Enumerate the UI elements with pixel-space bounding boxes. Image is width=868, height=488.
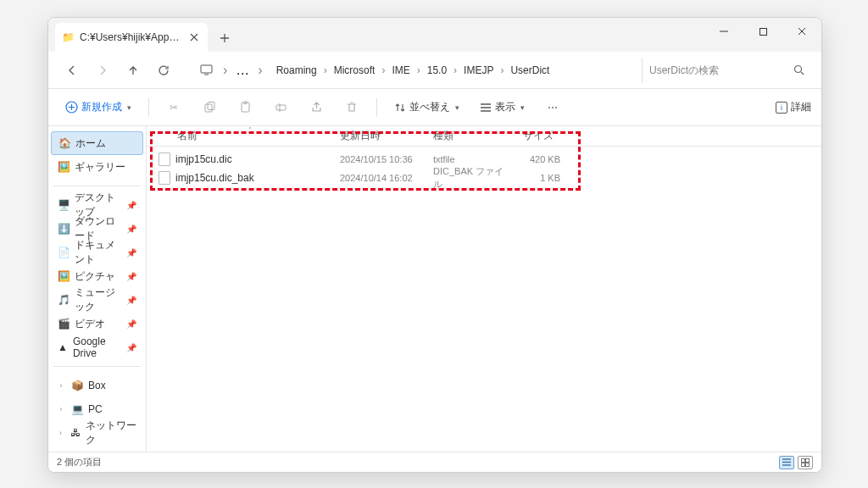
sort-button[interactable]: 並べ替え ▾ xyxy=(387,95,466,120)
sidebar-item-documents[interactable]: 📄ドキュメント📌 xyxy=(51,241,143,264)
pin-icon: 📌 xyxy=(126,248,136,258)
cut-button[interactable]: ✂ xyxy=(159,95,188,120)
folder-icon: 📁 xyxy=(62,31,75,43)
sidebar-item-downloads[interactable]: ⬇️ダウンロード📌 xyxy=(51,217,143,241)
sidebar-item-label: PC xyxy=(88,403,103,415)
sidebar-item-videos[interactable]: 🎬ビデオ📌 xyxy=(51,312,143,336)
breadcrumb-item[interactable]: Microsoft xyxy=(329,61,381,80)
plus-circle-icon xyxy=(65,101,78,114)
search-box[interactable] xyxy=(642,58,811,83)
close-button[interactable] xyxy=(782,18,821,45)
breadcrumb-item[interactable]: IME xyxy=(387,61,415,80)
file-pane: 名前 ˄ 更新日時 種類 サイズ imjp15cu.dic 2024/10/15… xyxy=(147,126,821,452)
sort-indicator-icon: ˄ xyxy=(248,126,253,135)
copy-button[interactable] xyxy=(195,95,224,120)
back-button[interactable] xyxy=(58,57,86,84)
sidebar-item-desktop[interactable]: 🖥️デスクトップ📌 xyxy=(51,193,143,217)
col-size[interactable]: サイズ xyxy=(513,129,560,143)
paste-icon xyxy=(239,101,252,114)
file-size: 420 KB xyxy=(513,154,560,164)
trash-icon xyxy=(346,101,358,114)
thumbnail-view-toggle[interactable] xyxy=(798,456,813,469)
file-icon xyxy=(159,152,170,166)
more-button[interactable]: ⋯ xyxy=(538,95,567,120)
search-icon xyxy=(793,64,804,75)
refresh-button[interactable] xyxy=(150,57,177,84)
sidebar-item-label: ピクチャ xyxy=(75,269,115,284)
music-icon: 🎵 xyxy=(58,294,70,306)
details-pane-button[interactable]: i 詳細 xyxy=(776,100,811,114)
sidebar-item-box[interactable]: ›📦Box xyxy=(51,374,143,397)
pictures-icon: 🖼️ xyxy=(58,270,70,282)
window-controls xyxy=(704,18,821,45)
downloads-icon: ⬇️ xyxy=(58,223,70,235)
new-tab-button[interactable] xyxy=(211,25,238,52)
up-button[interactable] xyxy=(120,57,147,84)
search-input[interactable] xyxy=(649,64,788,76)
pin-icon: 📌 xyxy=(126,201,136,210)
view-toggles xyxy=(779,456,813,469)
documents-icon: 📄 xyxy=(58,247,70,258)
status-bar: 2 個の項目 xyxy=(48,452,821,472)
share-icon xyxy=(310,101,323,114)
sidebar-item-network[interactable]: ›🖧ネットワーク xyxy=(51,421,143,445)
file-icon xyxy=(159,171,170,185)
breadcrumb-item[interactable]: Roaming xyxy=(271,61,322,80)
file-list[interactable]: imjp15cu.dic 2024/10/15 10:36 txtfile 42… xyxy=(147,147,821,452)
nav-bar: › … › Roaming› Microsoft› IME› 15.0› IME… xyxy=(48,52,821,89)
file-size: 1 KB xyxy=(513,173,560,183)
delete-button[interactable] xyxy=(337,95,366,120)
sidebar-item-label: ミュージック xyxy=(75,286,121,314)
file-row[interactable]: imjp15cu.dic_bak 2024/10/14 16:02 DIC_BA… xyxy=(147,169,821,187)
sidebar-item-pc[interactable]: ›💻PC xyxy=(51,397,143,421)
svg-rect-9 xyxy=(802,458,805,462)
pc-icon[interactable] xyxy=(192,57,220,84)
svg-rect-11 xyxy=(802,463,805,466)
sidebar-item-googledrive[interactable]: ▲Google Drive📌 xyxy=(51,336,143,359)
new-button[interactable]: 新規作成 ▾ xyxy=(58,95,138,120)
svg-point-2 xyxy=(795,66,802,73)
file-type: txtfile xyxy=(433,154,513,164)
col-date[interactable]: 更新日時 xyxy=(340,129,433,143)
breadcrumb-overflow[interactable]: … xyxy=(231,59,254,81)
sidebar-item-label: ビデオ xyxy=(75,317,105,331)
sidebar-item-gallery[interactable]: 🖼️ ギャラリー xyxy=(51,155,143,179)
sidebar-item-label: ギャラリー xyxy=(75,160,125,175)
breadcrumb: Roaming› Microsoft› IME› 15.0› IMEJP› Us… xyxy=(271,61,555,80)
minimize-button[interactable] xyxy=(704,18,743,45)
window-tab[interactable]: 📁 C:¥Users¥hijik¥AppData¥Roan xyxy=(55,23,208,52)
view-button[interactable]: 表示 ▾ xyxy=(473,95,531,120)
chevron-right-icon: › xyxy=(58,429,64,437)
forward-button[interactable] xyxy=(89,57,116,84)
sidebar-item-label: ネットワーク xyxy=(86,419,136,447)
chevron-down-icon: ▾ xyxy=(127,103,131,112)
sort-label: 並べ替え xyxy=(409,100,450,114)
network-icon: 🖧 xyxy=(70,427,81,439)
details-view-toggle[interactable] xyxy=(779,456,794,469)
svg-rect-1 xyxy=(201,65,212,73)
pc-icon: 💻 xyxy=(71,403,83,415)
sidebar-item-pictures[interactable]: 🖼️ピクチャ📌 xyxy=(51,264,143,288)
maximize-button[interactable] xyxy=(743,18,782,45)
pin-icon: 📌 xyxy=(126,296,136,305)
rename-icon xyxy=(275,101,287,114)
paste-button[interactable] xyxy=(231,95,259,120)
drive-icon: ▲ xyxy=(58,341,68,353)
title-bar: 📁 C:¥Users¥hijik¥AppData¥Roan xyxy=(48,18,821,52)
file-name: imjp15cu.dic xyxy=(175,153,232,165)
pin-icon: 📌 xyxy=(126,319,136,329)
sidebar-item-home[interactable]: 🏠 ホーム xyxy=(51,131,143,155)
pin-icon: 📌 xyxy=(126,343,136,352)
rename-button[interactable] xyxy=(266,95,295,120)
details-pane-icon: i xyxy=(776,102,787,114)
share-button[interactable] xyxy=(302,95,331,120)
sidebar-item-music[interactable]: 🎵ミュージック📌 xyxy=(51,288,143,312)
tab-title: C:¥Users¥hijik¥AppData¥Roan xyxy=(80,31,182,43)
col-type[interactable]: 種類 xyxy=(433,129,513,143)
close-tab-icon[interactable] xyxy=(187,30,201,44)
breadcrumb-item[interactable]: IMEJP xyxy=(459,61,498,80)
file-type: DIC_BAK ファイル xyxy=(433,165,513,191)
breadcrumb-item[interactable]: 15.0 xyxy=(422,61,452,80)
column-headers[interactable]: 名前 ˄ 更新日時 種類 サイズ xyxy=(147,126,821,147)
breadcrumb-item[interactable]: UserDict xyxy=(505,61,554,80)
